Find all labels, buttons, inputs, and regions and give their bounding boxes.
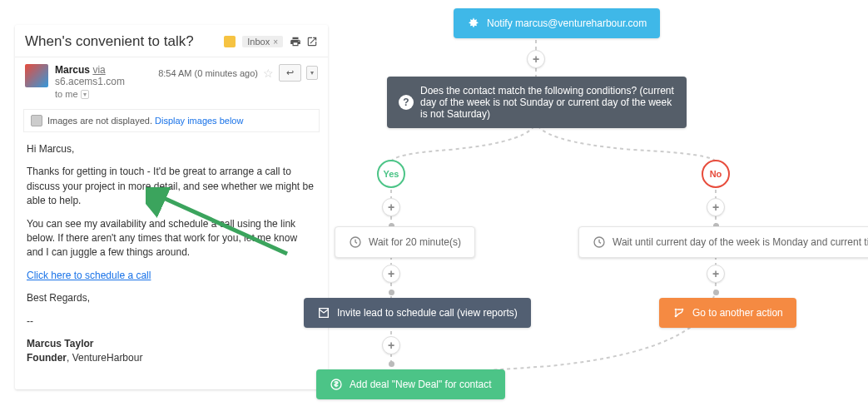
wait-monday-node[interactable]: Wait until current day of the week is Mo… [578,226,868,258]
image-icon [31,115,42,126]
star-icon[interactable]: ☆ [263,67,274,80]
envelope-icon [317,306,330,319]
email-panel: When's convenient to talk? Inbox× Marcus… [15,25,328,389]
email-time: 8:54 AM (0 minutes ago) [158,68,258,78]
schedule-link[interactable]: Click here to schedule a call [27,270,151,281]
email-body: Hi Marcus, Thanks for getting in touch -… [15,132,328,389]
add-button[interactable]: + [707,198,725,216]
add-button[interactable]: + [707,265,725,283]
display-images-link[interactable]: Display images below [155,116,243,126]
from-name: Marcus [55,64,90,76]
add-button[interactable]: + [382,336,400,354]
question-icon: ? [399,95,414,110]
flow-canvas: Notify marcus@ventureharbour.com + ? Doe… [300,0,866,416]
reply-button[interactable]: ↩ [279,64,301,82]
invite-node[interactable]: Invite lead to schedule call (view repor… [304,298,531,328]
close-icon[interactable]: × [273,37,278,47]
wait-20-node[interactable]: Wait for 20 minute(s) [335,226,475,258]
label-icon[interactable] [224,36,236,47]
image-notice: Images are not displayed. Display images… [23,109,320,132]
notify-node[interactable]: Notify marcus@ventureharbour.com [454,8,660,38]
inbox-tag[interactable]: Inbox× [242,36,283,47]
connector-dot [389,290,394,295]
email-header: When's convenient to talk? Inbox× [15,25,328,57]
connector-dot [713,290,719,295]
connector-dot [389,361,394,367]
yes-circle[interactable]: Yes [377,160,405,188]
branch-icon [672,306,686,319]
svg-point-4 [682,309,684,311]
email-subject: When's convenient to talk? [25,33,217,50]
no-circle[interactable]: No [702,160,730,188]
condition-node[interactable]: ? Does the contact match the following c… [387,77,687,128]
dollar-icon [330,378,343,391]
add-button[interactable]: + [527,50,545,68]
add-button[interactable]: + [382,198,400,216]
burst-icon [467,17,480,30]
chevron-down-icon[interactable]: ▾ [81,90,89,99]
avatar [25,64,48,87]
clock-icon [349,235,362,249]
add-button[interactable]: + [382,265,400,283]
add-deal-node[interactable]: Add deal "New Deal" for contact [316,369,505,399]
clock-icon [593,235,606,249]
goto-node[interactable]: Go to another action [659,298,796,328]
svg-point-3 [675,309,677,311]
email-meta: Marcus via s6.acems1.com to me▾ 8:54 AM … [15,57,328,106]
